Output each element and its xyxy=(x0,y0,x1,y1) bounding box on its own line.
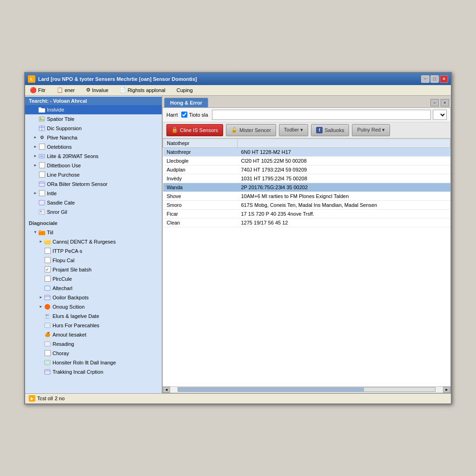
collapse-icon[interactable] xyxy=(38,239,44,245)
svg-rect-26 xyxy=(45,360,50,365)
sidebar-item-honsiter[interactable]: Honsiter Roln llt Dall Inange xyxy=(25,358,162,367)
sidebar-item-inslvide[interactable]: Inslvide xyxy=(25,105,162,114)
sidebar-item-intle[interactable]: Intle xyxy=(25,189,162,198)
sidebar-item-tiil[interactable]: Tiil xyxy=(25,228,162,237)
tab-minimize-btn[interactable]: − xyxy=(430,99,439,106)
svg-point-14 xyxy=(40,211,42,212)
checkbox-icon xyxy=(44,247,51,255)
checkbox-icon xyxy=(44,350,51,357)
image-icon xyxy=(38,208,46,216)
sidebar-item-amout[interactable]: 🍊 Amout Iiesaket xyxy=(25,330,162,339)
collapse-icon[interactable] xyxy=(33,135,38,140)
table-row[interactable]: Natothrepr 6N0 HT 1228-M2 H17 xyxy=(163,147,450,156)
title-bar: L Lard [rou NPO & tyoter Sensers Mechrti… xyxy=(25,73,451,85)
collapse-icon[interactable] xyxy=(33,153,38,159)
sidebar-item-snror[interactable]: Snror Gіl xyxy=(25,207,162,217)
cline-sensors-button[interactable]: 🔒 Cline IS Sensors xyxy=(166,124,223,136)
sidebar-item-projant[interactable]: Projant Sle batsh xyxy=(25,265,162,274)
mister-sencer-button[interactable]: 🔓 Mister Sencer xyxy=(226,124,276,136)
tab-actions: − × xyxy=(430,99,449,107)
sidebar-item-trakking[interactable]: Trakking Incail Crption xyxy=(25,367,162,377)
sidebar-item-flopu[interactable]: Flopu Cal xyxy=(25,256,162,265)
table-row[interactable]: Clean 1275 19/17 56 45 12 xyxy=(163,218,450,227)
table-row[interactable]: Ficar 17 1S 720 P 40 235 4nove Trsff. xyxy=(163,209,450,218)
scroll-right-button[interactable]: ► xyxy=(443,387,450,393)
sidebar-item-altecharl[interactable]: Altecharl xyxy=(25,284,162,293)
sidebar-item-dittetboon[interactable]: Dittetboon Use xyxy=(25,161,162,170)
sidebar-item-label: Flopu Cal xyxy=(53,258,74,263)
saltuoks-button[interactable]: f Saltuoks xyxy=(311,124,349,136)
tab-hong-error[interactable]: Hong & Error xyxy=(164,98,208,107)
scroll-left-button[interactable]: ◄ xyxy=(163,387,170,393)
collapse-icon[interactable] xyxy=(33,191,38,196)
tab-close-btn[interactable]: × xyxy=(441,99,449,106)
table-row[interactable]: Invèdy 1031 HT 1795:22l4 75 00208 xyxy=(163,174,450,183)
sidebar-item-onoug[interactable]: Onoug Scition xyxy=(25,302,162,311)
sidebar-item-ittp[interactable]: ITTP PeCA·s xyxy=(25,246,162,256)
sidebar-item-label: Line Purchose xyxy=(47,172,79,178)
table-row[interactable]: Llecbogle Cl20 HT 1025:22M 50 00208 xyxy=(163,156,450,165)
btn-label: Saltuoks xyxy=(324,127,344,133)
collapse-icon[interactable] xyxy=(33,144,38,150)
restore-button[interactable]: □ xyxy=(430,75,439,83)
sidebar-item-sasdie[interactable]: Sasdie Cate xyxy=(25,198,162,207)
minimize-button[interactable]: − xyxy=(421,75,430,83)
sidebar-item-label: Canns| DENCT & Rurgeses xyxy=(53,239,116,245)
collapse-icon[interactable] xyxy=(38,304,44,310)
sidebar-item-ptive[interactable]: ⚙ Ptive Nancha xyxy=(25,133,162,142)
col-header-name: Natothepr xyxy=(163,139,238,147)
horizontal-scrollbar[interactable]: ◄ ► xyxy=(163,386,450,393)
close-button[interactable]: ✕ xyxy=(440,75,448,83)
sidebar-item-hurs[interactable]: Hurs For Parecahles xyxy=(25,321,162,330)
menu-rights[interactable]: 📄 Righsts applonal xyxy=(117,86,168,94)
sidebar-item-canns[interactable]: Canns| DENCT & Rurgeses xyxy=(25,237,162,246)
scroll-track[interactable] xyxy=(178,387,436,392)
scroll-thumb[interactable] xyxy=(178,388,364,391)
checkbox-icon xyxy=(44,257,51,264)
collapse-icon[interactable] xyxy=(33,163,38,168)
status-text: Tcst oll xyxy=(37,396,53,401)
sidebar-item-plrccule[interactable]: PlrcCule xyxy=(25,274,162,284)
menu-file[interactable]: 🔴 Fitr xyxy=(27,86,48,94)
sidebar-item-elurs[interactable]: Elurs & Iagelve Date xyxy=(25,311,162,321)
table-row[interactable]: Wanda 2P 20176:75G:23l4 35 00202 xyxy=(163,183,450,192)
sidebar-item-label: Choray xyxy=(53,350,69,356)
menu-ener[interactable]: 📋 ener xyxy=(54,86,78,94)
table-icon xyxy=(44,368,51,376)
sidebar-item-liite[interactable]: Liite & 20RWAT Seons xyxy=(25,152,162,161)
table-row[interactable]: Audplan 740J HT 1793:22l4 59 09209 xyxy=(163,165,450,174)
sidebar-item-dic[interactable]: Dic Supporsion xyxy=(25,124,162,133)
action-bar: 🔒 Cline IS Sensors 🔓 Mister Sencer Todli… xyxy=(163,122,450,139)
menu-cuping[interactable]: Cuping xyxy=(174,86,196,94)
sidebar-item-label: Onoug Scition xyxy=(53,304,85,310)
sidebar-item-oolor[interactable]: Ooilor Backpots xyxy=(25,293,162,302)
sidebar-item-label: Inslvide xyxy=(47,107,64,112)
svg-rect-7 xyxy=(39,154,45,158)
tab-label: Hong & Error xyxy=(170,100,202,106)
sidebar-item-ora[interactable]: ORa Biiter Stetorm Sensor xyxy=(25,179,162,189)
tab-bar: Hong & Error − × xyxy=(162,96,451,107)
row-name: Invèdy xyxy=(163,174,238,183)
search-dropdown[interactable] xyxy=(433,110,447,120)
sidebar-item-label: Oetebtions xyxy=(47,144,72,150)
sidebar-item-resading[interactable]: Resading xyxy=(25,339,162,349)
sidebar-item-choray[interactable]: Choray xyxy=(25,349,162,358)
expand-icon[interactable] xyxy=(33,230,38,235)
sidebar-item-label: Dic Supporsion xyxy=(47,126,82,131)
sidebar-item-spatior[interactable]: Spatior Tble xyxy=(25,114,162,124)
collapse-icon[interactable] xyxy=(38,295,44,300)
tioto-checkbox[interactable] xyxy=(181,112,187,118)
sidebar-item-oetebtions[interactable]: Oetebtions xyxy=(25,142,162,152)
table-row[interactable]: Smoro 617S Mobg, Coneis Ten, Madal Ins M… xyxy=(163,200,450,209)
svg-rect-20 xyxy=(45,295,50,300)
pulny-red-button[interactable]: Pulny Red ▾ xyxy=(352,124,390,136)
search-input[interactable] xyxy=(212,110,431,120)
orange-circle-icon xyxy=(44,303,51,311)
table-row[interactable]: Shove 10AM+6 MI rarties to FM Plones Exi… xyxy=(163,192,450,200)
sidebar-item-line[interactable]: Line Purchose xyxy=(25,170,162,179)
title-bar-left: L Lard [rou NPO & tyoter Sensers Mechrti… xyxy=(28,75,197,83)
todlier-button[interactable]: Todlier ▾ xyxy=(279,124,308,136)
svg-rect-10 xyxy=(39,182,45,186)
menu-invalue[interactable]: ⚙ Invalue xyxy=(83,86,111,94)
checkbox-label: Tioto sla xyxy=(189,112,208,118)
